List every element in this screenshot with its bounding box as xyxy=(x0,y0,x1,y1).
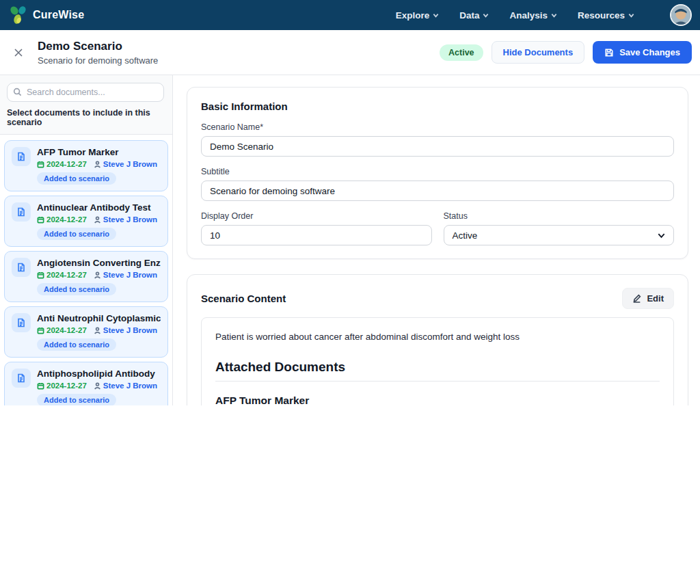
document-icon xyxy=(12,313,31,332)
scenario-content-body: Patient is worried about cancer after ab… xyxy=(201,317,674,405)
display-order-label: Display Order xyxy=(201,211,432,221)
brand[interactable]: CureWise xyxy=(7,4,84,26)
chevron-down-icon xyxy=(433,12,439,18)
page-title: Demo Scenario xyxy=(38,40,158,53)
document-author: Steve J Brown xyxy=(103,215,157,224)
app-window: CureWise Explore Data Analysis Resources xyxy=(0,0,700,405)
document-card[interactable]: Antinuclear Antibody Test 2024-12-27 Ste… xyxy=(4,196,168,247)
document-date: 2024-12-27 xyxy=(46,160,87,168)
calendar-icon xyxy=(37,161,44,168)
edit-pencil-icon xyxy=(632,294,641,303)
document-card[interactable]: Anti Neutrophil Cytoplasmic ... 2024-12-… xyxy=(4,306,168,358)
document-icon xyxy=(12,147,31,166)
page-header: Demo Scenario Scenario for demoing softw… xyxy=(0,30,700,75)
document-card[interactable]: AFP Tumor Marker 2024-12-27 Steve J Brow… xyxy=(4,140,168,191)
document-card[interactable]: Angiotensin Converting Enzy... 2024-12-2… xyxy=(4,251,168,302)
document-date: 2024-12-27 xyxy=(46,271,87,279)
top-navigation: Explore Data Analysis Resources xyxy=(396,4,692,26)
person-icon xyxy=(94,216,101,224)
search-input[interactable] xyxy=(7,83,164,102)
hide-documents-button[interactable]: Hide Documents xyxy=(492,41,585,64)
document-icon xyxy=(12,202,31,222)
page-titles: Demo Scenario Scenario for demoing softw… xyxy=(38,40,158,66)
scenario-content-card: Scenario Content Edit Patient is worried… xyxy=(187,274,688,405)
documents-sidebar: Select documents to include in this scen… xyxy=(0,75,173,405)
content-area: Select documents to include in this scen… xyxy=(0,75,700,405)
nav-label: Data xyxy=(459,10,479,21)
person-icon xyxy=(94,161,101,168)
calendar-icon xyxy=(37,382,44,390)
document-list: AFP Tumor Marker 2024-12-27 Steve J Brow… xyxy=(0,135,172,405)
document-author: Steve J Brown xyxy=(103,326,157,334)
save-changes-label: Save Changes xyxy=(619,47,680,57)
display-order-input[interactable] xyxy=(201,225,432,245)
sidebar-helper-text: Select documents to include in this scen… xyxy=(7,108,164,127)
top-navbar: CureWise Explore Data Analysis Resources xyxy=(0,0,700,30)
calendar-icon xyxy=(37,271,44,279)
attached-document-title: AFP Tumor Marker xyxy=(215,395,660,405)
person-icon xyxy=(94,327,101,334)
status-field: Status Active xyxy=(444,211,675,245)
document-date: 2024-12-27 xyxy=(46,382,87,390)
document-author: Steve J Brown xyxy=(103,271,157,279)
scenario-content-title: Scenario Content xyxy=(201,293,286,304)
page-subtitle: Scenario for demoing software xyxy=(38,55,158,66)
close-icon[interactable] xyxy=(14,48,23,57)
curewise-logo-icon xyxy=(7,4,29,26)
subtitle-input[interactable] xyxy=(201,181,674,201)
display-order-field: Display Order xyxy=(201,211,432,245)
document-date: 2024-12-27 xyxy=(46,215,87,224)
save-icon xyxy=(604,48,614,57)
chevron-down-icon xyxy=(628,12,634,18)
person-icon xyxy=(94,382,101,390)
basic-information-title: Basic Information xyxy=(201,101,674,112)
order-status-row: Display Order Status Active xyxy=(201,211,674,245)
status-select[interactable]: Active xyxy=(444,225,675,245)
scenario-name-field: Scenario Name* xyxy=(201,122,674,157)
status-badge: Active xyxy=(440,44,483,61)
calendar-icon xyxy=(37,216,44,224)
document-author: Steve J Brown xyxy=(103,382,157,390)
main-panel: Basic Information Scenario Name* Subtitl… xyxy=(173,75,700,405)
nav-label: Explore xyxy=(396,10,430,21)
status-select-value: Active xyxy=(453,230,478,241)
chevron-down-icon xyxy=(657,231,666,240)
added-to-scenario-badge: Added to scenario xyxy=(37,283,116,295)
document-date: 2024-12-27 xyxy=(46,326,87,334)
basic-information-card: Basic Information Scenario Name* Subtitl… xyxy=(187,87,688,259)
user-avatar[interactable] xyxy=(670,4,692,26)
edit-label: Edit xyxy=(647,293,664,304)
scenario-content-header: Scenario Content Edit xyxy=(201,288,674,309)
calendar-icon xyxy=(37,327,44,334)
page-actions: Active Hide Documents Save Changes xyxy=(440,41,692,64)
nav-item-analysis[interactable]: Analysis xyxy=(509,10,557,21)
subtitle-field: Subtitle xyxy=(201,167,674,201)
nav-item-explore[interactable]: Explore xyxy=(396,10,440,21)
document-icon xyxy=(12,369,31,388)
nav-label: Resources xyxy=(578,10,625,21)
document-title: Antiphospholipid Antibody xyxy=(37,369,157,379)
nav-item-resources[interactable]: Resources xyxy=(578,10,634,21)
added-to-scenario-badge: Added to scenario xyxy=(37,338,116,351)
edit-button[interactable]: Edit xyxy=(622,288,674,309)
document-card[interactable]: Antiphospholipid Antibody 2024-12-27 Ste… xyxy=(4,362,168,405)
nav-item-data[interactable]: Data xyxy=(459,10,489,21)
document-title: Anti Neutrophil Cytoplasmic ... xyxy=(37,313,161,323)
chevron-down-icon xyxy=(483,12,489,18)
document-author: Steve J Brown xyxy=(103,160,157,168)
save-changes-button[interactable]: Save Changes xyxy=(593,41,692,64)
added-to-scenario-badge: Added to scenario xyxy=(37,228,116,240)
search-icon xyxy=(13,88,22,96)
document-title: AFP Tumor Marker xyxy=(37,147,157,157)
scenario-name-input[interactable] xyxy=(201,136,674,157)
hide-documents-label: Hide Documents xyxy=(503,47,574,57)
added-to-scenario-badge: Added to scenario xyxy=(37,172,116,185)
document-title: Angiotensin Converting Enzy... xyxy=(37,258,161,268)
scenario-description: Patient is worried about cancer after ab… xyxy=(215,332,660,342)
subtitle-label: Subtitle xyxy=(201,167,674,176)
scenario-name-label: Scenario Name* xyxy=(201,122,674,132)
brand-name: CureWise xyxy=(33,9,84,21)
document-icon xyxy=(12,258,31,277)
person-icon xyxy=(94,271,101,279)
attached-documents-heading: Attached Documents xyxy=(215,360,660,382)
